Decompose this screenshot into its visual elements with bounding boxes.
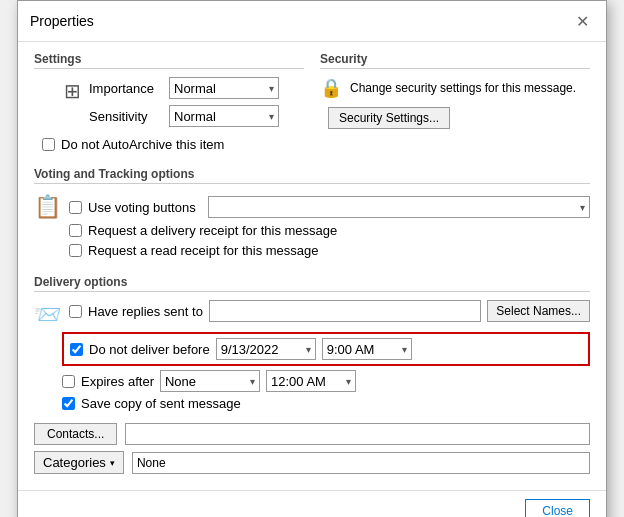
voting-buttons-select[interactable]: ▾ [208, 196, 590, 218]
settings-icon-row: ⊞ Importance Normal ▾ Sensitivity [64, 77, 304, 133]
voting-checks: Use voting buttons ▾ Request a delivery … [69, 192, 590, 263]
autoarchive-label: Do not AutoArchive this item [61, 137, 224, 152]
delivery-section-label: Delivery options [34, 275, 590, 292]
security-row: 🔒 Change security settings for this mess… [320, 77, 590, 99]
delivery-icon: 📨 [34, 302, 61, 328]
contacts-button[interactable]: Contacts... [34, 423, 117, 445]
sensitivity-arrow-icon: ▾ [269, 111, 274, 122]
delivery-receipt-label: Request a delivery receipt for this mess… [88, 223, 337, 238]
categories-label: Categories [43, 455, 106, 470]
voting-dropdown-arrow-icon: ▾ [580, 202, 585, 213]
delivery-receipt-checkbox[interactable] [69, 224, 82, 237]
autoarchive-row: Do not AutoArchive this item [42, 137, 304, 152]
sensitivity-select[interactable]: Normal ▾ [169, 105, 279, 127]
save-copy-checkbox[interactable] [62, 397, 75, 410]
close-button[interactable]: Close [525, 499, 590, 517]
expires-none-select[interactable]: None ▾ [160, 370, 260, 392]
expires-none-arrow-icon: ▾ [250, 376, 255, 387]
voting-content: 📋 Use voting buttons ▾ Request a deliver… [34, 192, 590, 263]
save-copy-label: Save copy of sent message [81, 396, 241, 411]
dialog-footer: Close [18, 490, 606, 517]
dialog-title: Properties [30, 13, 94, 29]
voting-section-label: Voting and Tracking options [34, 167, 590, 184]
title-close-button[interactable]: ✕ [570, 9, 594, 33]
select-names-button[interactable]: Select Names... [487, 300, 590, 322]
use-voting-label: Use voting buttons [88, 200, 196, 215]
do-not-deliver-checkbox[interactable] [70, 343, 83, 356]
delivery-time-value: 9:00 AM [327, 342, 375, 357]
bottom-section: Contacts... Categories ▾ [34, 423, 590, 474]
importance-select[interactable]: Normal ▾ [169, 77, 279, 99]
expires-after-checkbox[interactable] [62, 375, 75, 388]
security-section-label: Security [320, 52, 590, 69]
settings-section: Settings ⊞ Importance Normal ▾ Sensitivi… [34, 52, 304, 157]
settings-fields: Importance Normal ▾ Sensitivity Normal ▾ [89, 77, 279, 133]
security-description: Change security settings for this messag… [350, 81, 576, 95]
delivery-receipt-row: Request a delivery receipt for this mess… [69, 223, 590, 238]
dialog-body: Settings ⊞ Importance Normal ▾ Sensitivi… [18, 42, 606, 490]
have-replies-row: Have replies sent to Select Names... [69, 300, 590, 322]
read-receipt-label: Request a read receipt for this message [88, 243, 319, 258]
security-section: Security 🔒 Change security settings for … [320, 52, 590, 157]
autoarchive-checkbox[interactable] [42, 138, 55, 151]
importance-value: Normal [174, 81, 216, 96]
contacts-input[interactable] [125, 423, 590, 445]
have-replies-label: Have replies sent to [88, 304, 203, 319]
categories-arrow-icon: ▾ [110, 458, 115, 468]
categories-input[interactable] [132, 452, 590, 474]
read-receipt-row: Request a read receipt for this message [69, 243, 590, 258]
settings-section-label: Settings [34, 52, 304, 69]
delivery-header-row: 📨 Have replies sent to Select Names... [34, 300, 590, 328]
categories-button[interactable]: Categories ▾ [34, 451, 124, 474]
title-bar: Properties ✕ [18, 1, 606, 42]
expires-none-value: None [165, 374, 196, 389]
categories-row: Categories ▾ [34, 451, 590, 474]
do-not-deliver-row: Do not deliver before 9/13/2022 ▾ 9:00 A… [62, 332, 590, 366]
do-not-deliver-label: Do not deliver before [89, 342, 210, 357]
use-voting-row: Use voting buttons ▾ [69, 196, 590, 218]
sensitivity-row: Sensitivity Normal ▾ [89, 105, 279, 127]
expires-after-row: Expires after None ▾ 12:00 AM ▾ [62, 370, 590, 392]
sensitivity-label: Sensitivity [89, 109, 169, 124]
properties-dialog: Properties ✕ Settings ⊞ Importance Norma… [17, 0, 607, 517]
delivery-section: Delivery options 📨 Have replies sent to … [34, 275, 590, 411]
voting-section: Voting and Tracking options 📋 Use voting… [34, 167, 590, 263]
importance-arrow-icon: ▾ [269, 83, 274, 94]
expires-time-select[interactable]: 12:00 AM ▾ [266, 370, 356, 392]
sensitivity-value: Normal [174, 109, 216, 124]
security-button-row: Security Settings... [328, 107, 590, 129]
delivery-time-select[interactable]: 9:00 AM ▾ [322, 338, 412, 360]
settings-icon: ⊞ [64, 79, 81, 103]
security-settings-button[interactable]: Security Settings... [328, 107, 450, 129]
security-icon: 🔒 [320, 77, 342, 99]
importance-row: Importance Normal ▾ [89, 77, 279, 99]
delivery-time-arrow-icon: ▾ [402, 344, 407, 355]
expires-time-arrow-icon: ▾ [346, 376, 351, 387]
expires-after-label: Expires after [81, 374, 154, 389]
have-replies-checkbox[interactable] [69, 305, 82, 318]
voting-icon: 📋 [34, 194, 61, 220]
expires-time-value: 12:00 AM [271, 374, 326, 389]
use-voting-checkbox[interactable] [69, 201, 82, 214]
importance-label: Importance [89, 81, 169, 96]
save-copy-row: Save copy of sent message [62, 396, 590, 411]
delivery-date-arrow-icon: ▾ [306, 344, 311, 355]
contacts-row: Contacts... [34, 423, 590, 445]
delivery-date-select[interactable]: 9/13/2022 ▾ [216, 338, 316, 360]
delivery-date-value: 9/13/2022 [221, 342, 279, 357]
read-receipt-checkbox[interactable] [69, 244, 82, 257]
have-replies-input[interactable] [209, 300, 481, 322]
